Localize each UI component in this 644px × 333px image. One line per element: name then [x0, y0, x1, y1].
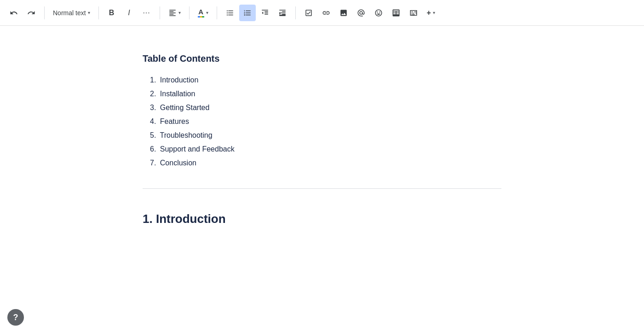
bold-button[interactable]: B — [104, 5, 120, 21]
toc-num-2: 2. — [150, 90, 156, 98]
divider-4 — [189, 6, 190, 19]
toc-text-4: Features — [160, 117, 189, 125]
image-button[interactable] — [335, 5, 352, 21]
text-color-chevron: ▾ — [206, 10, 208, 15]
italic-button[interactable]: I — [121, 5, 138, 21]
divider-6 — [295, 6, 296, 19]
bullet-list-icon — [226, 9, 234, 17]
list-item: 3. Getting Started — [143, 101, 501, 115]
toc-list: 1. Introduction 2. Installation 3. Getti… — [143, 73, 501, 170]
undo-button[interactable] — [6, 5, 22, 21]
mention-icon — [357, 9, 365, 17]
divider-3 — [160, 6, 160, 19]
emoji-icon — [374, 9, 383, 17]
more-insert-icon: + — [426, 9, 431, 17]
document-content: Table of Contents 1. Introduction 2. Ins… — [0, 26, 644, 333]
text-color-button[interactable]: A ▾ — [194, 5, 212, 21]
toc-text-1: Introduction — [160, 76, 199, 84]
indent-decrease-icon — [261, 9, 269, 17]
text-style-chevron: ▾ — [88, 10, 90, 15]
more-dots-icon: ··· — [143, 9, 150, 17]
divider-1 — [44, 6, 45, 19]
insert-group: + ▾ — [300, 5, 439, 21]
indent-decrease-button[interactable] — [257, 5, 273, 21]
toc-num-7: 7. — [150, 159, 156, 167]
link-icon — [322, 9, 330, 17]
table-button[interactable] — [388, 5, 404, 21]
toc-num-3: 3. — [150, 104, 156, 111]
format-group: B I ··· — [104, 5, 155, 21]
indent-increase-button[interactable] — [274, 5, 291, 21]
more-insert-chevron: ▾ — [433, 10, 435, 15]
more-format-button[interactable]: ··· — [138, 5, 155, 21]
list-group — [222, 5, 291, 21]
toc-text-5: Troubleshooting — [160, 131, 213, 139]
toc-num-1: 1. — [150, 76, 156, 84]
list-item: 4. Features — [143, 115, 501, 129]
toc-num-4: 4. — [150, 117, 156, 125]
list-item: 5. Troubleshooting — [143, 129, 501, 142]
toc-text-7: Conclusion — [160, 159, 196, 167]
italic-icon: I — [128, 9, 130, 17]
bold-icon: B — [109, 9, 115, 17]
bullet-list-button[interactable] — [222, 5, 238, 21]
text-color-icon: A — [198, 8, 203, 16]
image-icon — [339, 9, 348, 17]
undo-redo-group — [6, 5, 40, 21]
help-icon: ? — [13, 313, 18, 322]
list-item: 6. Support and Feedback — [143, 142, 501, 156]
list-item: 2. Installation — [143, 87, 501, 101]
checkbox-icon — [305, 9, 313, 17]
toc-heading: Table of Contents — [143, 53, 501, 64]
table-icon — [392, 9, 400, 17]
color-underline — [198, 16, 204, 18]
toc-text-3: Getting Started — [160, 104, 210, 111]
numbered-list-button[interactable] — [239, 5, 256, 21]
mention-button[interactable] — [353, 5, 369, 21]
align-button[interactable]: ▾ — [165, 5, 184, 21]
emoji-button[interactable] — [370, 5, 387, 21]
text-style-label: Normal text — [53, 9, 86, 17]
align-icon — [168, 9, 177, 17]
document-body[interactable]: Table of Contents 1. Introduction 2. Ins… — [143, 53, 501, 305]
help-button[interactable]: ? — [7, 309, 24, 326]
indent-increase-icon — [278, 9, 287, 17]
redo-button[interactable] — [23, 5, 40, 21]
numbered-list-icon — [243, 9, 252, 17]
more-insert-button[interactable]: + ▾ — [423, 5, 439, 21]
toc-num-6: 6. — [150, 145, 156, 153]
text-style-dropdown[interactable]: Normal text ▾ — [49, 5, 94, 21]
align-chevron: ▾ — [178, 10, 181, 15]
link-button[interactable] — [318, 5, 334, 21]
introduction-heading: 1. Introduction — [143, 212, 501, 226]
toc-text-2: Installation — [160, 90, 196, 98]
checkbox-button[interactable] — [300, 5, 317, 21]
toolbar: Normal text ▾ B I ··· ▾ A ▾ — [0, 0, 644, 26]
toc-text-6: Support and Feedback — [160, 145, 235, 153]
section-divider — [143, 188, 501, 189]
columns-icon — [409, 9, 418, 17]
toc-num-5: 5. — [150, 131, 156, 139]
columns-button[interactable] — [405, 5, 422, 21]
text-color-inner: A — [198, 8, 204, 18]
list-item: 7. Conclusion — [143, 156, 501, 170]
divider-2 — [98, 6, 99, 19]
divider-5 — [217, 6, 217, 19]
list-item: 1. Introduction — [143, 73, 501, 87]
